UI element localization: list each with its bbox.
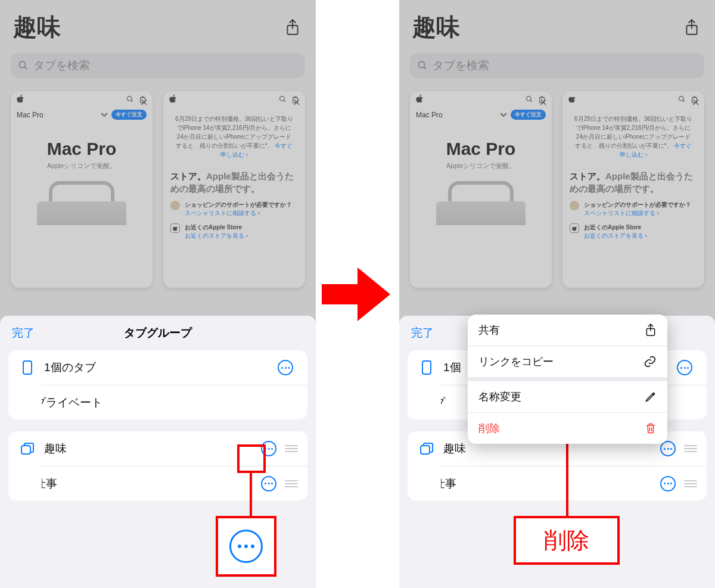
tab-icon: [18, 360, 37, 375]
more-icon[interactable]: [660, 476, 676, 491]
apple-logo-icon: [17, 95, 24, 104]
store-bold: ストア。: [170, 171, 206, 181]
svg-rect-11: [422, 361, 431, 374]
svg-point-1: [19, 61, 26, 68]
share-icon[interactable]: [282, 17, 303, 38]
svg-point-10: [679, 97, 684, 101]
more-icon[interactable]: [677, 360, 692, 375]
row-group-work[interactable]: 仕事: [441, 466, 707, 500]
ctx-copy-link[interactable]: リンクをコピー: [468, 346, 667, 377]
svg-point-8: [418, 61, 425, 68]
svg-rect-6: [12, 481, 21, 489]
close-icon[interactable]: ×: [140, 95, 148, 110]
tab-subline: Appleシリコンで覚醒。: [18, 161, 145, 170]
tab-thumbnail[interactable]: × 6月29日までの特別価格。36回払いと下取りでiPhone 14が実質2,2…: [163, 91, 305, 288]
left-screenshot: 趣味 タブを検索: [0, 0, 316, 588]
tabgroup-icon: [18, 442, 37, 455]
row-group-work[interactable]: 仕事: [42, 466, 307, 500]
page-title: 趣味: [13, 11, 61, 43]
more-icon[interactable]: [261, 476, 276, 491]
tabgroup-icon: [408, 477, 427, 490]
chevron-icon: [101, 113, 108, 117]
drag-handle-icon[interactable]: [684, 480, 697, 487]
annotation-callout-delete: 削除: [514, 516, 620, 565]
row-private[interactable]: プライベート: [42, 385, 307, 419]
svg-rect-5: [21, 446, 30, 454]
search-placeholder: タブを検索: [433, 58, 489, 73]
tabgroup-icon: [8, 477, 27, 490]
search-placeholder: タブを検索: [33, 58, 90, 73]
row-tabs[interactable]: 1個のタブ: [8, 350, 307, 385]
tab-thumbnail[interactable]: × Mac Pro今すぐ注文 Mac ProAppleシリコンで覚醒。: [410, 91, 552, 288]
apple-logo-icon: [169, 95, 177, 104]
apple-store-icon: [170, 223, 180, 233]
tabgroup-icon: [417, 442, 436, 455]
search-input[interactable]: タブを検索: [410, 53, 704, 78]
context-menu: 共有 リンクをコピー 名称変更 削除: [468, 315, 667, 444]
done-button[interactable]: 完了: [411, 325, 434, 341]
svg-rect-13: [411, 481, 420, 489]
svg-point-3: [280, 97, 285, 101]
share-icon: [645, 323, 657, 337]
search-input[interactable]: タブを検索: [11, 53, 305, 78]
annotation-line: [250, 473, 252, 516]
page-title: 趣味: [412, 11, 460, 43]
tab-headline: Mac Pro: [18, 139, 145, 159]
arrow-icon: [322, 267, 393, 321]
annotation-box: [237, 444, 266, 473]
pencil-icon: [645, 391, 657, 403]
apple-logo-icon: [568, 95, 576, 104]
search-icon: [279, 95, 287, 103]
done-button[interactable]: 完了: [12, 325, 35, 341]
svg-rect-4: [23, 361, 32, 374]
more-icon[interactable]: [660, 441, 676, 456]
more-icon-large: [229, 530, 263, 563]
apple-logo-icon: [416, 95, 424, 104]
support-bullet: ショッピングのサポートが必要ですか？スペシャリストに相談する ›: [170, 201, 298, 217]
ctx-delete[interactable]: 削除: [468, 413, 667, 444]
link-icon: [644, 355, 657, 368]
search-icon: [126, 95, 134, 103]
tab-thumbnail[interactable]: × Mac Pro 今すぐ注文 Mac Pro Appleシリコンで覚醒。: [11, 91, 153, 288]
specialist-avatar-icon: [170, 201, 180, 210]
trash-icon: [645, 422, 657, 435]
macpro-illustration: [37, 181, 126, 229]
annotation-callout-more: [216, 516, 276, 577]
share-icon[interactable]: [682, 17, 702, 38]
private-icon: [8, 396, 27, 410]
order-pill[interactable]: 今すぐ注文: [111, 110, 147, 120]
svg-point-2: [128, 97, 132, 101]
right-screenshot: 趣味 タブを検索 × Mac Pro今すぐ注文 Mac ProAppleシリコ: [399, 0, 715, 588]
tab-nav-label: Mac Pro: [17, 111, 43, 119]
tab-icon: [417, 360, 436, 375]
drag-handle-icon[interactable]: [285, 480, 298, 487]
drag-handle-icon[interactable]: [285, 445, 298, 452]
private-icon: [408, 396, 427, 410]
sheet-title: タブグループ: [124, 325, 192, 341]
close-icon[interactable]: ×: [293, 95, 300, 110]
drag-handle-icon[interactable]: [684, 445, 697, 452]
svg-rect-12: [421, 446, 430, 454]
svg-point-9: [527, 97, 531, 101]
ctx-share[interactable]: 共有: [468, 315, 667, 346]
ctx-rename[interactable]: 名称変更: [468, 381, 667, 412]
more-icon[interactable]: [278, 360, 293, 375]
close-icon[interactable]: ×: [692, 95, 700, 110]
tab-thumbnail[interactable]: × 6月29日までの特別価格。36回払いと下取りでiPhone 14が実質2,2…: [562, 91, 704, 288]
store-bullet: お近くのApple Storeお近くのストアを見る ›: [170, 223, 298, 240]
annotation-line: [566, 440, 568, 516]
close-icon[interactable]: ×: [539, 95, 547, 110]
